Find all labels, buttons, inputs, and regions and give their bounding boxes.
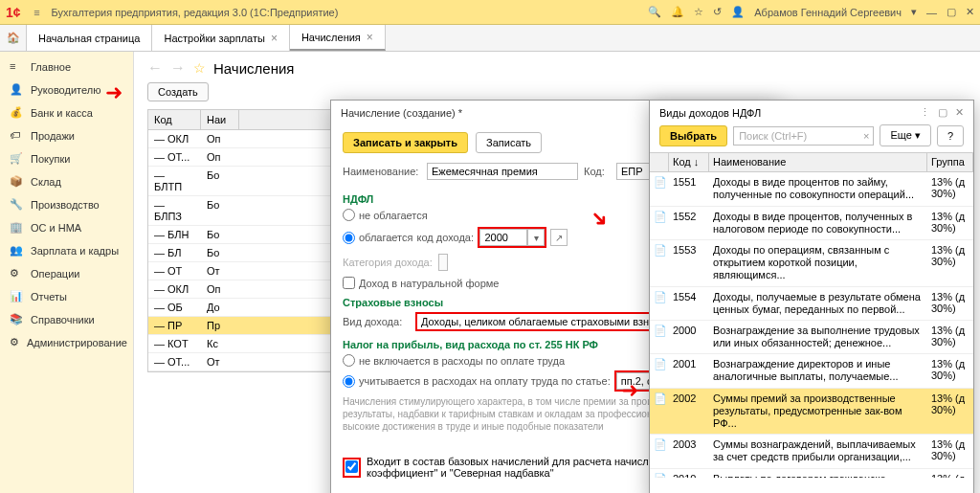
col-code[interactable]: Код ↓ — [669, 153, 709, 171]
folder-icon: 📄 — [654, 176, 667, 188]
home-tab[interactable]: 🏠 — [0, 25, 27, 51]
sidebar-item-sales[interactable]: 🏷Продажи — [0, 124, 133, 147]
close-icon[interactable]: ✕ — [955, 106, 964, 119]
history-icon[interactable]: ↺ — [713, 6, 722, 18]
tab-home[interactable]: Начальная страница — [27, 25, 152, 51]
sidebar-item-assets[interactable]: 🏢ОС и НМА — [0, 216, 133, 239]
annotation-arrow: ➜ — [585, 203, 614, 233]
top-right: 🔍 🔔 ☆ ↺ 👤 Абрамов Геннадий Сергеевич ▾ —… — [648, 6, 974, 18]
help-button[interactable]: ? — [937, 125, 964, 146]
folder-icon: 📄 — [654, 291, 667, 303]
list-item[interactable]: 📄2003Суммы вознаграждений, выплачиваемых… — [650, 435, 973, 468]
select-button[interactable]: Выбрать — [659, 125, 727, 146]
list-item[interactable]: 📄2002Суммы премий за производственные ре… — [650, 389, 973, 436]
save-close-button[interactable]: Записать и закрыть — [343, 132, 468, 153]
sidebar-item-salary[interactable]: 👥Зарплата и кадры — [0, 239, 133, 262]
dropdown-icon[interactable]: ▾ — [527, 229, 545, 246]
bell-icon[interactable]: 🔔 — [671, 6, 684, 18]
col-name[interactable]: Наи — [201, 110, 239, 129]
popup-title: Виды доходов НДФЛ — [659, 107, 761, 119]
sidebar-item-warehouse[interactable]: 📦Склад — [0, 170, 133, 193]
star-icon[interactable]: ☆ — [193, 60, 206, 76]
close-icon[interactable]: × — [271, 32, 278, 45]
list-item[interactable]: 📄1553Доходы по операциям, связанным с от… — [650, 240, 973, 287]
folder-icon: 📄 — [654, 438, 667, 450]
sidebar-item-purchases[interactable]: 🛒Покупки — [0, 147, 133, 170]
folder-icon: 📄 — [654, 392, 667, 404]
list-item[interactable]: 📄1552Доходы в виде процентов, полученных… — [650, 207, 973, 240]
name-label: Наименование: — [343, 166, 421, 177]
star-icon[interactable]: ☆ — [694, 6, 703, 18]
sidebar-item-admin[interactable]: ⚙Администрирование — [0, 331, 133, 354]
folder-icon: 📄 — [654, 358, 667, 370]
dialog-title: Начисление (создание) * — [341, 107, 462, 119]
search-input[interactable]: Поиск (Ctrl+F)× — [733, 126, 874, 146]
annotation-arrow: ➜ — [621, 378, 638, 403]
search-icon[interactable]: 🔍 — [648, 6, 661, 18]
back-arrow-icon[interactable]: ← — [147, 59, 163, 77]
caret-icon[interactable]: ▾ — [911, 6, 917, 18]
create-button[interactable]: Создать — [147, 82, 209, 101]
sidebar-item-refs[interactable]: 📚Справочники — [0, 308, 133, 331]
tab-salary-settings[interactable]: Настройки зарплаты× — [152, 25, 289, 51]
app-title: Бухгалтерия предприятия, редакция 3.0 (1… — [52, 7, 649, 18]
list-item[interactable]: 📄2010Выплаты по договорам гражданско-пра… — [650, 469, 973, 478]
fwd-arrow-icon[interactable]: → — [170, 59, 186, 77]
category-input — [438, 254, 448, 271]
topbar: 1¢ ≡ Бухгалтерия предприятия, редакция 3… — [0, 0, 980, 25]
col-code[interactable]: Код — [148, 110, 201, 129]
sidebar-item-reports[interactable]: 📊Отчеты — [0, 285, 133, 308]
category-label: Категория дохода: — [343, 257, 433, 268]
no-tax-radio[interactable]: не облагается — [343, 209, 589, 221]
close-icon[interactable]: × — [367, 31, 373, 44]
more-button[interactable]: Еще ▾ — [880, 124, 930, 146]
name-input[interactable] — [427, 163, 578, 180]
user-name[interactable]: Абрамов Геннадий Сергеевич — [754, 7, 902, 18]
menu-icon[interactable]: ≡ — [29, 4, 46, 21]
sidebar-item-main[interactable]: ≡Главное — [0, 56, 133, 78]
logo-1c: 1¢ — [6, 5, 21, 20]
minimize-icon[interactable]: — — [926, 7, 937, 18]
taxed-radio[interactable]: облагается код дохода: ▾ ↗ ➜ — [343, 225, 589, 250]
list-item[interactable]: 📄2000Вознаграждение за выполнение трудов… — [650, 321, 973, 354]
annotation-arrow: ➜ — [105, 80, 122, 105]
sidebar: ≡Главное 👤Руководителю 💰Банк и касса 🏷Пр… — [0, 52, 134, 493]
open-icon[interactable]: ↗ — [550, 229, 568, 246]
folder-icon: 📄 — [654, 211, 667, 222]
save-button[interactable]: Записать — [476, 132, 542, 153]
list-title: Начисления — [213, 60, 294, 77]
list-item[interactable]: 📄1551Доходы в виде процентов по займу, п… — [650, 172, 973, 206]
user-icon: 👤 — [731, 6, 745, 18]
col-name[interactable]: Наименование — [709, 153, 927, 171]
ndfl-section: НДФЛ — [343, 193, 373, 205]
folder-icon: 📄 — [654, 473, 667, 478]
sidebar-item-operations[interactable]: ⚙Операции — [0, 262, 133, 285]
code-label: Код: — [584, 166, 611, 177]
tab-accruals[interactable]: Начисления× — [290, 25, 386, 51]
maximize-icon[interactable]: ▢ — [938, 106, 947, 119]
close-icon[interactable]: ✕ — [966, 6, 974, 18]
income-code-input[interactable] — [479, 229, 527, 246]
sidebar-item-production[interactable]: 🔧Производство — [0, 193, 133, 216]
income-type-label: Вид дохода: — [343, 316, 410, 327]
list-item[interactable]: 📄2001Вознаграждение директоров и иные ан… — [650, 354, 973, 388]
maximize-icon[interactable]: ▢ — [947, 6, 956, 18]
folder-icon: 📄 — [654, 325, 667, 336]
list-item[interactable]: 📄1554Доходы, получаемые в результате обм… — [650, 287, 973, 321]
folder-icon: 📄 — [654, 244, 667, 256]
content: ➜ ← → ☆ Начисления Создать Код Наи — ОКЛ… — [134, 52, 980, 493]
more-icon[interactable]: ⋮ — [920, 106, 930, 119]
col-group[interactable]: Группа — [927, 153, 973, 171]
base-accrual-checkbox[interactable] — [345, 460, 358, 473]
tabbar: 🏠 Начальная страница Настройки зарплаты×… — [0, 25, 980, 52]
ndfl-popup: Виды доходов НДФЛ ⋮▢✕ Выбрать Поиск (Ctr… — [649, 100, 974, 493]
